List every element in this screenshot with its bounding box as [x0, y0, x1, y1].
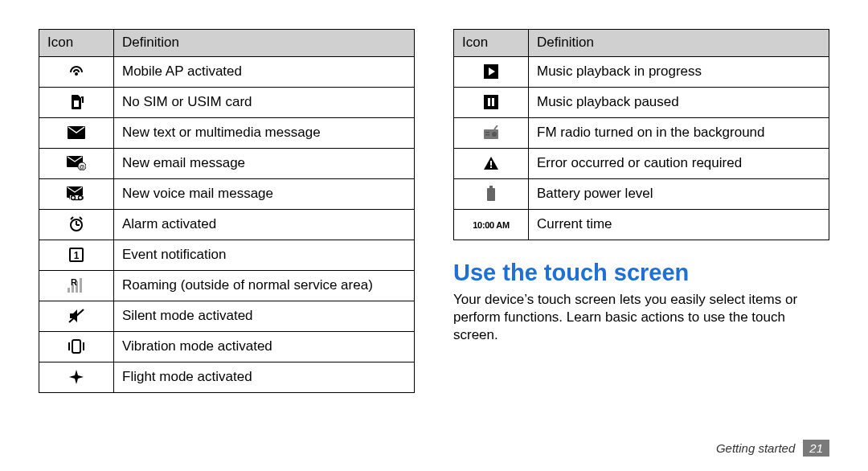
- svg-rect-35: [492, 98, 494, 106]
- svg-rect-39: [485, 132, 489, 133]
- roaming-icon: R: [39, 271, 114, 301]
- definition-cell: Music playback in progress: [529, 57, 829, 88]
- svg-rect-44: [489, 186, 493, 188]
- vibration-icon: [39, 332, 114, 362]
- icon-table-left: Icon Definition Mobile AP activatedNo SI…: [39, 29, 415, 393]
- section-title: Use the touch screen: [453, 260, 829, 286]
- no-sim-icon: [39, 88, 114, 118]
- table-row: Error occurred or caution required: [454, 149, 829, 179]
- table-header-icon: Icon: [39, 30, 114, 57]
- table-row: Music playback paused: [454, 88, 829, 118]
- left-column: Icon Definition Mobile AP activatedNo SI…: [39, 29, 415, 471]
- table-row: 1Event notification: [39, 240, 415, 271]
- definition-cell: Current time: [529, 210, 829, 240]
- definition-cell: Silent mode activated: [114, 301, 415, 332]
- silent-mode-icon: [39, 301, 114, 332]
- svg-rect-26: [80, 278, 82, 293]
- table-header-definition: Definition: [114, 30, 415, 57]
- icon-table-right: Icon Definition Music playback in progre…: [453, 29, 829, 240]
- table-row: Music playback in progress: [454, 57, 829, 88]
- mobile-ap-icon: [39, 57, 114, 88]
- svg-point-38: [492, 132, 497, 137]
- svg-line-37: [494, 125, 497, 129]
- svg-line-20: [80, 217, 82, 219]
- table-row: @New email message: [39, 149, 415, 179]
- svg-rect-33: [484, 95, 498, 109]
- table-row: FM radio turned on in the background: [454, 118, 829, 149]
- svg-text:@: @: [80, 164, 85, 170]
- table-header-definition: Definition: [529, 30, 829, 57]
- error-icon: [454, 149, 529, 179]
- table-row: Flight mode activated: [39, 362, 415, 393]
- definition-cell: Music playback paused: [529, 88, 829, 118]
- definition-cell: FM radio turned on in the background: [529, 118, 829, 149]
- svg-point-0: [75, 72, 78, 76]
- svg-rect-43: [487, 188, 495, 201]
- table-row: New voice mail message: [39, 179, 415, 210]
- svg-rect-42: [490, 166, 492, 168]
- new-message-icon: [39, 118, 114, 149]
- fm-radio-icon: [454, 118, 529, 149]
- alarm-icon: [39, 210, 114, 240]
- right-column: Icon Definition Music playback in progre…: [453, 29, 829, 471]
- definition-cell: New email message: [114, 149, 415, 179]
- svg-rect-1: [74, 100, 79, 107]
- table-row: New text or multimedia message: [39, 118, 415, 149]
- page-footer: Getting started 21: [716, 440, 829, 457]
- definition-cell: Event notification: [114, 240, 415, 271]
- definition-cell: Alarm activated: [114, 210, 415, 240]
- svg-rect-34: [488, 98, 490, 106]
- definition-cell: Flight mode activated: [114, 362, 415, 393]
- table-row: 10:00 AMCurrent time: [454, 210, 829, 240]
- svg-rect-29: [72, 340, 80, 353]
- table-row: Alarm activated: [39, 210, 415, 240]
- definition-cell: Error occurred or caution required: [529, 149, 829, 179]
- chapter-name: Getting started: [716, 441, 795, 455]
- table-row: Vibration mode activated: [39, 332, 415, 362]
- section-body: Your device’s touch screen lets you easi…: [453, 291, 829, 343]
- definition-cell: New voice mail message: [114, 179, 415, 210]
- page-number: 21: [803, 440, 829, 457]
- svg-line-19: [71, 217, 73, 219]
- table-header-icon: Icon: [454, 30, 529, 57]
- flight-mode-icon: [39, 362, 114, 393]
- definition-cell: No SIM or USIM card: [114, 88, 415, 118]
- definition-cell: Roaming (outside of normal service area): [114, 271, 415, 301]
- table-row: RRoaming (outside of normal service area…: [39, 271, 415, 301]
- svg-rect-40: [485, 134, 489, 136]
- music-play-icon: [454, 57, 529, 88]
- table-row: Mobile AP activated: [39, 57, 415, 88]
- music-pause-icon: [454, 88, 529, 118]
- definition-cell: Mobile AP activated: [114, 57, 415, 88]
- definition-cell: Battery power level: [529, 179, 829, 210]
- time-icon: 10:00 AM: [454, 210, 529, 240]
- svg-rect-3: [81, 96, 84, 98]
- new-email-icon: @: [39, 149, 114, 179]
- new-voicemail-icon: [39, 179, 114, 210]
- svg-text:1: 1: [74, 250, 80, 261]
- table-row: Battery power level: [454, 179, 829, 210]
- svg-text:R: R: [71, 278, 77, 287]
- definition-cell: Vibration mode activated: [114, 332, 415, 362]
- table-row: Silent mode activated: [39, 301, 415, 332]
- svg-rect-23: [68, 288, 70, 293]
- definition-cell: New text or multimedia message: [114, 118, 415, 149]
- svg-rect-41: [490, 161, 492, 166]
- event-icon: 1: [39, 240, 114, 271]
- battery-icon: [454, 179, 529, 210]
- table-row: No SIM or USIM card: [39, 88, 415, 118]
